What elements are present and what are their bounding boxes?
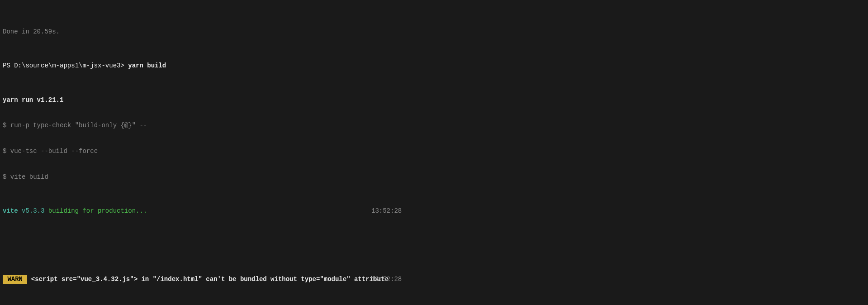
step-line: $ run-p type-check "build-only {@}" -- (3, 121, 865, 130)
warn-text: <script src="vue_3.4.32.js"> in "/index.… (27, 276, 388, 283)
step-line: $ vite build (3, 173, 865, 181)
terminal-output[interactable]: Done in 20.59s. PS D:\source\m-apps1\m-j… (0, 0, 868, 305)
warn-line: WARN <script src="vue_3.4.32.js"> in "/i… (3, 275, 865, 284)
step-line: $ vue-tsc --build --force (3, 147, 865, 156)
yarn-run-line: yarn run v1.21.1 (3, 96, 865, 105)
vite-version: v5.3.3 (22, 207, 48, 214)
timestamp: 13:52:28 (371, 207, 402, 215)
prompt-path: PS D:\source\m-apps1\m-jsx-vue3> (3, 62, 128, 69)
prev-done-line: Done in 20.59s. (3, 28, 865, 36)
prompt-line-1: PS D:\source\m-apps1\m-jsx-vue3> yarn bu… (3, 62, 865, 70)
command-text: yarn build (128, 62, 166, 69)
vite-building-msg: building for production... (48, 207, 147, 214)
vite-label: vite (3, 207, 22, 214)
timestamp: 13:52:28 (371, 275, 402, 284)
vite-build-line: vite v5.3.3 building for production...13… (3, 207, 865, 215)
warn-badge: WARN (3, 275, 27, 284)
